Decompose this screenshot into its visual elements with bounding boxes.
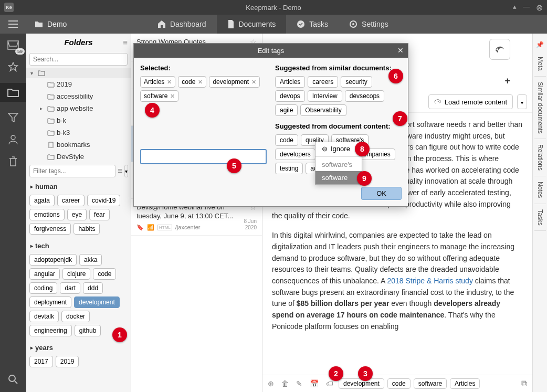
tag-chip[interactable]: clojure	[62, 268, 90, 280]
tag-chip[interactable]: devtalk	[29, 311, 59, 322]
folder-item[interactable]: DevStyle	[26, 151, 131, 163]
right-rail-tab[interactable]: Similar documents	[534, 77, 546, 140]
suggested-tag[interactable]: careers	[308, 76, 338, 88]
suggested-tag[interactable]: Interview	[308, 90, 342, 102]
calendar-icon[interactable]: 📅	[310, 379, 319, 388]
tag-chip[interactable]: agata	[29, 195, 55, 206]
footer-tag[interactable]: code	[387, 378, 411, 389]
load-remote-dropdown[interactable]: ▾	[517, 94, 527, 109]
tag-icon[interactable]: 🏷	[326, 379, 333, 388]
suggested-tag[interactable]: devsecops	[345, 90, 384, 102]
tag-chip[interactable]: adoptopenjdk	[29, 254, 77, 266]
right-rail-tab[interactable]: Relations	[534, 139, 546, 176]
folder-item[interactable]: 2019	[26, 78, 131, 90]
tag-chip[interactable]: fear	[89, 209, 110, 220]
right-rail-tab[interactable]: Notes	[534, 176, 546, 204]
filter-dropdown[interactable]: ▾	[124, 165, 128, 177]
tab-label: Tasks	[309, 20, 328, 28]
remove-tag-icon[interactable]: ✕	[167, 79, 172, 86]
tab-settings[interactable]: Settings	[339, 15, 399, 34]
tag-chip[interactable]: emotions	[29, 209, 65, 220]
tag-chip[interactable]: development	[74, 296, 120, 308]
tag-group-header[interactable]: ▸human	[29, 179, 128, 194]
suggested-tag[interactable]: code	[275, 134, 298, 146]
tag-chip[interactable]: dart	[60, 282, 80, 294]
filter-icon[interactable]	[7, 111, 19, 124]
tag-chip[interactable]: ddd	[83, 282, 103, 294]
tag-chip[interactable]: coding	[29, 282, 57, 294]
right-rail-tab[interactable]: Meta	[534, 51, 546, 77]
folder-item[interactable]: bookmarks	[26, 139, 131, 151]
tag-chip[interactable]: akka	[79, 254, 102, 266]
trash-icon[interactable]: 🗑	[281, 379, 289, 388]
suggested-tag[interactable]: testing	[275, 163, 303, 174]
tag-chip[interactable]: deployment	[29, 296, 71, 308]
tab-documents[interactable]: Documents	[217, 15, 287, 34]
search-input[interactable]	[29, 53, 128, 66]
folder-root[interactable]: ▾	[26, 68, 131, 78]
suggested-tag[interactable]: Articles	[275, 76, 305, 88]
tag-label: Articles	[144, 78, 164, 86]
caret-up-icon[interactable]: ▴	[513, 3, 517, 13]
filter-tags-input[interactable]	[29, 165, 115, 177]
folder-item[interactable]: accessibility	[26, 90, 131, 102]
folder-icon	[47, 130, 55, 136]
remove-tag-icon[interactable]: ✕	[198, 79, 203, 86]
tag-chip[interactable]: 2019	[56, 356, 79, 367]
tag-group-header[interactable]: ▸tech	[29, 239, 128, 253]
repo-selector[interactable]: Demo	[26, 15, 147, 34]
dialog-close-button[interactable]: ✕	[397, 46, 404, 55]
tag-chip[interactable]: engineering	[29, 325, 72, 336]
user-icon[interactable]	[7, 133, 19, 146]
footer-tag[interactable]: Articles	[450, 378, 480, 389]
tag-chip[interactable]: github	[75, 325, 101, 336]
tag-chip[interactable]: 2017	[29, 356, 53, 367]
context-softwares[interactable]: software's	[315, 158, 362, 171]
tag-chip[interactable]: angular	[29, 268, 60, 280]
right-rail-tab[interactable]: Tasks	[534, 204, 546, 231]
remove-tag-icon[interactable]: ✕	[251, 79, 256, 86]
tag-chip[interactable]: forgiveness	[29, 223, 71, 235]
folder-item[interactable]: ▸app website	[26, 102, 131, 114]
tag-input[interactable]	[140, 149, 267, 164]
folder-item[interactable]: b-k	[26, 114, 131, 126]
close-window-icon[interactable]: ⊗	[536, 3, 543, 13]
suggested-tag[interactable]: devops	[275, 90, 305, 102]
hamburger-menu[interactable]	[0, 15, 26, 34]
tag-chip[interactable]: covid-19	[87, 195, 120, 206]
remove-tag-icon[interactable]: ✕	[170, 93, 175, 100]
tab-dashboard[interactable]: Dashboard	[147, 15, 217, 34]
tag-chip[interactable]: code	[93, 268, 116, 280]
suggested-tag[interactable]: developers	[275, 149, 315, 160]
star-icon[interactable]	[7, 61, 19, 73]
trash-icon[interactable]	[7, 155, 19, 168]
folder-item[interactable]: b-k3	[26, 126, 131, 139]
target-icon[interactable]: ⊕	[268, 379, 274, 388]
doc-source: /jaxcenter	[175, 224, 201, 230]
minimize-icon[interactable]: —	[523, 3, 530, 13]
suggested-tag[interactable]: security	[341, 76, 372, 88]
tag-chip[interactable]: career	[57, 195, 85, 206]
tag-chip[interactable]: habits	[73, 223, 100, 235]
footer-tag[interactable]: software	[414, 378, 447, 389]
load-remote-button[interactable]: Load remote content	[428, 94, 513, 109]
ok-button[interactable]: OK	[361, 187, 402, 200]
search-rail-icon[interactable]	[7, 373, 19, 386]
tag-chip[interactable]: docker	[61, 311, 90, 322]
folder-rail-icon[interactable]	[0, 83, 26, 102]
menu-icon[interactable]: ≡	[118, 166, 122, 176]
share-button[interactable]	[489, 39, 510, 60]
tag-group-header[interactable]: ▸years	[29, 341, 128, 355]
copy-icon[interactable]: ⧉	[521, 379, 527, 388]
suggested-tag[interactable]: agile	[275, 104, 298, 116]
menu-icon[interactable]: ≡	[123, 38, 128, 47]
content-link[interactable]: 2018 Stripe & Harris study	[387, 277, 473, 285]
tab-tasks[interactable]: Tasks	[286, 15, 339, 34]
add-button[interactable]: +	[504, 76, 510, 87]
context-software[interactable]: software	[315, 171, 362, 184]
tag-chip[interactable]: eye	[67, 209, 87, 220]
edit-icon[interactable]: ✎	[296, 379, 302, 388]
suggested-tag[interactable]: Observability	[300, 104, 346, 116]
pin-icon[interactable]: 📌	[536, 38, 544, 51]
inbox-icon[interactable]: 59	[7, 39, 19, 51]
